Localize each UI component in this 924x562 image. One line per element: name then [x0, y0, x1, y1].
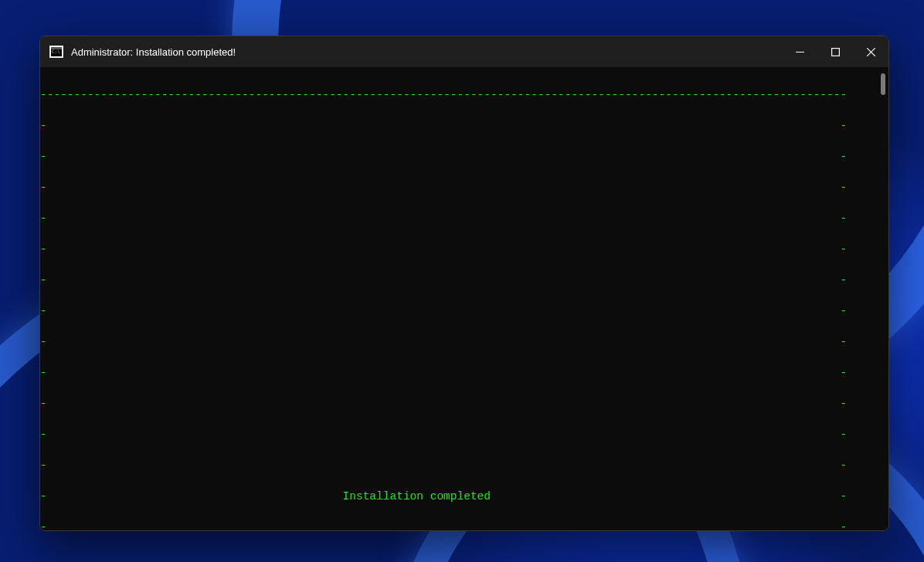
- terminal-window: Administrator: Installation completed! -…: [39, 36, 889, 531]
- border-line: - -: [40, 520, 878, 531]
- border-line: - -: [40, 242, 878, 257]
- border-line: - -: [40, 334, 878, 350]
- border-line: - -: [40, 211, 878, 226]
- close-button[interactable]: [853, 36, 888, 67]
- border-line: - -: [40, 396, 878, 411]
- border-line: - -: [40, 365, 878, 381]
- border-line: ----------------------------------------…: [40, 87, 878, 103]
- svg-rect-1: [831, 48, 839, 56]
- border-line: - -: [40, 273, 878, 288]
- terminal-body[interactable]: ----------------------------------------…: [40, 67, 888, 531]
- maximize-button[interactable]: [817, 36, 853, 67]
- message-completed: - Installation completed -: [40, 489, 878, 504]
- minimize-button[interactable]: [782, 36, 817, 67]
- cmd-icon: [49, 46, 63, 58]
- scrollbar[interactable]: [878, 67, 888, 531]
- border-line: - -: [40, 118, 878, 134]
- border-line: - -: [40, 427, 878, 442]
- border-line: - -: [40, 303, 878, 319]
- border-line: - -: [40, 149, 878, 164]
- titlebar[interactable]: Administrator: Installation completed!: [40, 36, 888, 67]
- scrollbar-thumb[interactable]: [881, 73, 885, 95]
- border-line: - -: [40, 458, 878, 473]
- window-title: Administrator: Installation completed!: [71, 46, 236, 58]
- terminal-output: ----------------------------------------…: [40, 67, 878, 531]
- border-line: - -: [40, 180, 878, 195]
